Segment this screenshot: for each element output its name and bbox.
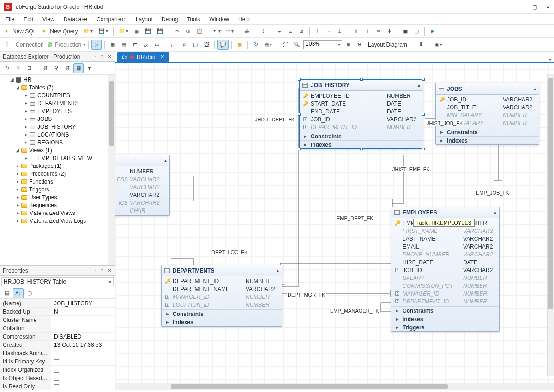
column-row[interactable]: JOB_TITLEVARCHAR2 [436, 103, 539, 111]
doc-button[interactable]: ▦ [132, 26, 142, 36]
filter2-button[interactable]: ⚲ [51, 63, 61, 73]
filter3-button[interactable]: ⇵ [62, 63, 72, 73]
property-row[interactable]: Collation [0, 324, 115, 333]
dist-v-button[interactable]: ⫵ [362, 26, 372, 36]
canvas-v-scrollbar[interactable] [547, 74, 554, 376]
cut-button[interactable]: ✂ [172, 26, 182, 36]
tree-folder[interactable]: ▸Procedures (2) [1, 170, 114, 178]
properties-grid[interactable]: (Name)JOB_HISTORYBacked UpNCluster NameC… [0, 299, 115, 390]
options-button[interactable]: ▣▾ [432, 40, 445, 50]
tree-table-employees[interactable]: ▸EMPLOYEES [1, 107, 114, 115]
schema-button[interactable]: ▤▾ [262, 40, 274, 50]
comment-button[interactable]: 💬 [217, 40, 229, 50]
folder-button[interactable]: 📁▾ [116, 26, 131, 36]
entity-jobs[interactable]: JOBS▴ 🔑JOB_IDVARCHAR2JOB_TITLEVARCHAR2MI… [435, 83, 539, 145]
redo-button[interactable]: ↷▾ [224, 26, 236, 36]
crop-button[interactable]: ⬚ [168, 40, 178, 50]
new-query-button[interactable]: ✦New Query [39, 26, 80, 36]
menu-window[interactable]: Window [205, 15, 233, 24]
zoom-input[interactable]: 103%▾ [303, 40, 342, 49]
image-button[interactable]: 🖼 [201, 40, 211, 50]
props-window-pos-icon[interactable]: ▫ [94, 268, 97, 273]
panel-pin-icon[interactable]: ⊓ [99, 54, 105, 59]
conn-icon[interactable]: ⚲ [2, 40, 12, 50]
property-row[interactable]: Flashback Archiv... [0, 349, 115, 357]
property-row[interactable]: CompressionDISABLED [0, 333, 115, 341]
column-row[interactable]: PHONE_NUMBERVARCHAR2 [391, 250, 499, 258]
minimize-button[interactable]: — [518, 4, 524, 10]
tab-hr-dbd[interactable]: 🗂 HR.dbd ✕ [117, 52, 169, 62]
copy-button[interactable]: ⧉ [183, 26, 193, 36]
align-left-button[interactable]: ⫟ [274, 26, 284, 36]
panel-window-pos-icon[interactable]: ▫ [94, 54, 97, 59]
column-row[interactable]: ⚿MANAGER_IDNUMBER [391, 290, 499, 297]
tree-table-regions[interactable]: ▸REGIONS [1, 138, 114, 146]
fit-button[interactable]: ⛶ [280, 40, 290, 50]
saveall-button[interactable]: 💾 [155, 26, 166, 36]
column-row[interactable]: 🔑EMPLOYEE_IDNUMBER [300, 92, 423, 100]
tree-folder[interactable]: ▸Materialized View Logs [1, 217, 114, 225]
run-button[interactable]: ▶ [428, 26, 438, 36]
menu-debug[interactable]: Debug [158, 15, 181, 24]
tree-folder[interactable]: ▸Triggers [1, 185, 114, 193]
export-button[interactable]: ⬇ [416, 40, 426, 50]
menu-layout[interactable]: Layout [132, 15, 156, 24]
column-row[interactable]: COMMISSION_PCTNUMBER [391, 282, 499, 290]
properties-object-select[interactable]: HR.JOB_HISTORY Table▾ [1, 277, 114, 286]
tree-collapse-button[interactable]: ⊟ [24, 63, 34, 73]
snap-button[interactable]: ⊹ [258, 26, 268, 36]
save2-button[interactable]: 💾 [143, 26, 154, 36]
column-row[interactable]: HIRE_DATEDATE [391, 258, 499, 266]
column-row[interactable]: MIN_SALARYNUMBER [436, 111, 539, 119]
menu-view[interactable]: View [39, 15, 58, 24]
property-row[interactable]: Is Object Based ... [0, 374, 115, 382]
property-row[interactable]: Index Organized [0, 366, 115, 374]
column-row[interactable]: EMAILVARCHAR2 [391, 243, 499, 250]
props-sort-button[interactable]: A↓ [13, 288, 24, 298]
props-cat-button[interactable]: ▤ [2, 288, 12, 298]
paste-button[interactable]: 📋 [194, 26, 205, 36]
column-row[interactable]: ⚿JOB_IDVARCHAR2 [300, 115, 423, 123]
column-row[interactable]: 🔑DEPARTMENT_IDNUMBER [162, 277, 282, 285]
new-view-button[interactable]: ▤ [119, 40, 129, 50]
entity-job-history[interactable]: JOB_HISTORY▴ 🔑EMPLOYEE_IDNUMBER🔑START_DA… [299, 79, 423, 149]
column-row[interactable]: DEPARTMENT_NAMEVARCHAR2 [162, 285, 282, 293]
column-row[interactable]: FIRST_NAMEVARCHAR2 [391, 227, 499, 235]
save-button[interactable]: 💾▾ [96, 26, 110, 36]
delete-explorer-button[interactable]: ✕ [13, 63, 23, 73]
tree-scrollbar[interactable] [108, 75, 115, 265]
same-w-button[interactable]: ⬄ [373, 26, 383, 36]
note-button[interactable]: ▢ [190, 40, 200, 50]
tree-folder[interactable]: ▸User Types [1, 193, 114, 201]
menu-tools[interactable]: Tools [183, 15, 204, 24]
align-right-button[interactable]: ⫡ [296, 26, 307, 36]
props-page-button[interactable]: ▢ [24, 288, 35, 298]
align-middle-button[interactable]: ⟊ [324, 26, 334, 36]
column-row[interactable]: 🔑START_DATEDATE [300, 100, 423, 107]
column-row[interactable]: ⚿JOB_IDVARCHAR2 [391, 266, 499, 274]
tree-folder[interactable]: ▸Sequences [1, 201, 114, 209]
panel-close-icon[interactable]: ✕ [107, 54, 112, 59]
tree-table-job_history[interactable]: ▸JOB_HISTORY [1, 123, 114, 131]
open-button[interactable]: 📂▾ [81, 26, 95, 36]
menu-help[interactable]: Help [235, 15, 253, 24]
close-button[interactable]: ✕ [546, 4, 550, 10]
overview-button[interactable]: ▦ [235, 40, 245, 50]
property-row[interactable]: Id Is Primary Key [0, 357, 115, 366]
stamp-button[interactable]: ⎘ [179, 40, 189, 50]
tree-table-locations[interactable]: ▸LOCATIONS [1, 131, 114, 138]
column-row[interactable]: 🔑JOB_IDVARCHAR2 [436, 95, 539, 103]
layout-diagram-button[interactable]: Layout Diagram [368, 42, 407, 48]
canvas-h-scrollbar[interactable] [115, 383, 554, 390]
fx-button[interactable]: fx [141, 40, 151, 50]
undo-button[interactable]: ↶▾ [211, 26, 223, 36]
menu-file[interactable]: File [2, 15, 18, 24]
zoom-100-button[interactable]: 🔍 [291, 40, 302, 50]
property-row[interactable]: Is Read Only [0, 382, 115, 390]
props-close-icon[interactable]: ✕ [107, 268, 112, 273]
tree-table-departments[interactable]: ▸DEPARTMENTS [1, 99, 114, 107]
output-panel-tab[interactable]: ⎘ Output [0, 390, 554, 392]
props-pin-icon[interactable]: ⊓ [99, 268, 105, 273]
column-row[interactable]: END_DATEDATE [300, 107, 423, 115]
filter1-button[interactable]: ⇵ [40, 63, 50, 73]
